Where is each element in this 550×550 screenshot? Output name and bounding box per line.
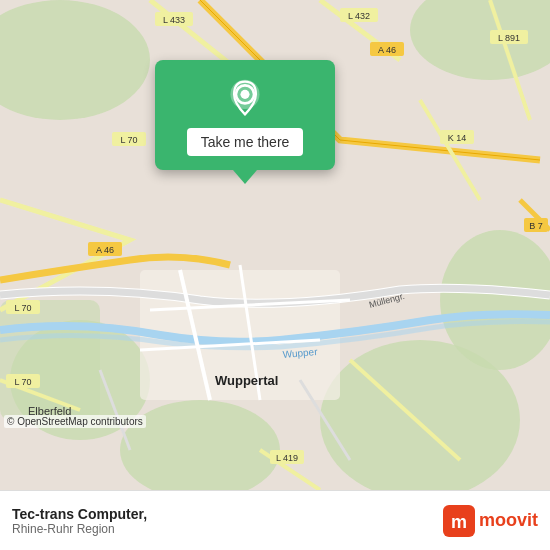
svg-text:B 7: B 7 bbox=[529, 221, 543, 231]
take-me-there-button[interactable]: Take me there bbox=[187, 128, 304, 156]
osm-credit: © OpenStreetMap contributors bbox=[4, 415, 146, 428]
svg-text:L 419: L 419 bbox=[276, 453, 298, 463]
svg-text:A 46: A 46 bbox=[378, 45, 396, 55]
svg-text:L 70: L 70 bbox=[14, 303, 31, 313]
svg-text:Wuppertal: Wuppertal bbox=[215, 373, 278, 388]
moovit-text: moovit bbox=[479, 510, 538, 531]
svg-text:L 433: L 433 bbox=[163, 15, 185, 25]
svg-text:L 70: L 70 bbox=[14, 377, 31, 387]
bottom-info: Tec-trans Computer, Rhine-Ruhr Region bbox=[12, 506, 147, 536]
svg-text:L 432: L 432 bbox=[348, 11, 370, 21]
svg-text:L 891: L 891 bbox=[498, 33, 520, 43]
svg-text:A 46: A 46 bbox=[96, 245, 114, 255]
map-container: L 433 L 432 A 46 L 891 L 70 K 14 B 7 A 4… bbox=[0, 0, 550, 490]
svg-text:L 70: L 70 bbox=[120, 135, 137, 145]
location-pin-icon bbox=[225, 78, 265, 118]
bottom-bar: Tec-trans Computer, Rhine-Ruhr Region m … bbox=[0, 490, 550, 550]
svg-rect-7 bbox=[0, 300, 100, 420]
place-name: Tec-trans Computer, bbox=[12, 506, 147, 522]
place-region: Rhine-Ruhr Region bbox=[12, 522, 147, 536]
svg-text:K 14: K 14 bbox=[448, 133, 467, 143]
svg-point-37 bbox=[240, 90, 249, 99]
popup-card: Take me there bbox=[155, 60, 335, 170]
moovit-icon: m bbox=[443, 505, 475, 537]
svg-text:m: m bbox=[451, 512, 467, 532]
moovit-logo[interactable]: m moovit bbox=[443, 505, 538, 537]
